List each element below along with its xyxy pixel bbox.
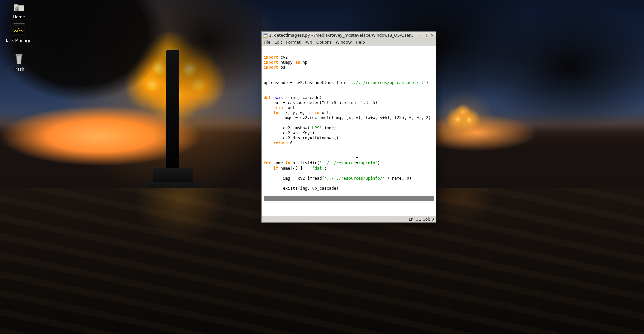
svg-rect-8	[264, 36, 267, 37]
maximize-button[interactable]: +	[424, 33, 429, 38]
desktop-icon-task-manager[interactable]: Task Manager	[4, 23, 34, 43]
svg-rect-6	[263, 33, 267, 37]
desktop-icon-label: Task Manager	[4, 38, 34, 43]
menu-edit[interactable]: Edit	[274, 40, 282, 45]
code-editor[interactable]: import cv2 import numpy as np import os …	[262, 46, 436, 216]
svg-rect-0	[17, 9, 18, 11]
status-position: Ln: 31 Col: 0	[409, 217, 434, 222]
close-button[interactable]: ×	[430, 33, 435, 38]
svg-rect-2	[16, 54, 22, 56]
titlebar[interactable]: 1. detectimagess.py - /media/stevey_mcst…	[262, 32, 436, 39]
menu-run[interactable]: Run	[305, 40, 312, 45]
task-manager-icon	[13, 23, 25, 36]
menu-help[interactable]: Help	[356, 40, 365, 45]
trash-icon	[13, 53, 25, 65]
desktop-icon-trash[interactable]: Trash	[4, 53, 34, 72]
idle-window: 1. detectimagess.py - /media/stevey_mcst…	[261, 31, 436, 223]
code-content[interactable]: import cv2 import numpy as np import os …	[262, 46, 436, 203]
svg-rect-7	[264, 34, 267, 35]
folder-home-icon	[13, 1, 25, 13]
desktop-icon-home[interactable]: Home	[4, 1, 34, 19]
menu-window[interactable]: Window	[336, 40, 352, 45]
menubar: File Edit Format Run Options Window Help	[262, 39, 436, 46]
menu-format[interactable]: Format	[286, 40, 300, 45]
minimize-button[interactable]: ─	[418, 33, 423, 38]
menu-file[interactable]: File	[264, 40, 270, 45]
desktop-icon-label: Home	[4, 15, 34, 19]
desktop-icon-label: Trash	[4, 67, 34, 72]
statusbar: Ln: 31 Col: 0	[262, 216, 436, 222]
window-title: 1. detectimagess.py - /media/stevey_mcst…	[269, 33, 417, 38]
python-file-icon	[263, 33, 268, 38]
menu-options[interactable]: Options	[316, 40, 332, 45]
